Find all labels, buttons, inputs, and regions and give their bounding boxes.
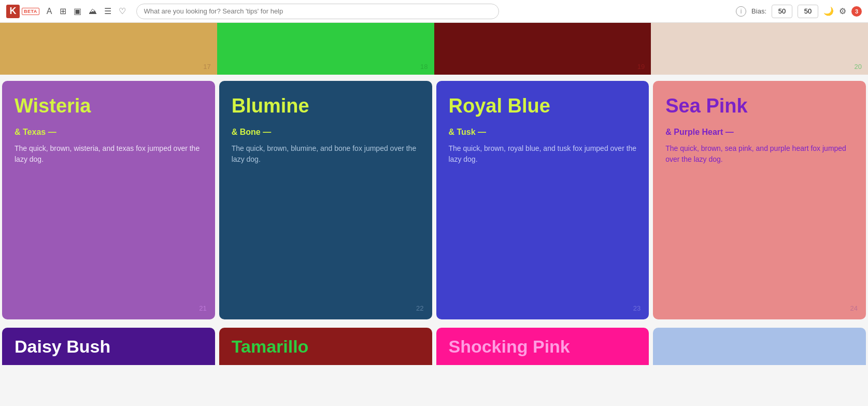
- bias-label: Bias:: [751, 7, 766, 15]
- card-subtitle: & Purple Heart —: [665, 128, 853, 137]
- nav-right: i Bias: 🌙 ⚙ 3: [736, 5, 862, 18]
- card-body: The quick, brown, sea pink, and purple h…: [665, 143, 853, 165]
- chart-icon[interactable]: ⛰: [89, 7, 97, 16]
- bottom-strip-title: Tamarillo: [232, 337, 309, 357]
- info-icon[interactable]: i: [736, 6, 746, 17]
- top-strip-17[interactable]: 17: [0, 23, 217, 75]
- card-title: Royal Blue: [449, 95, 637, 117]
- bias-input-2[interactable]: [798, 5, 818, 18]
- top-strip-18[interactable]: 18: [217, 23, 434, 75]
- card-number: 23: [633, 304, 641, 312]
- bottom-strip-3[interactable]: [653, 328, 866, 365]
- top-strip-20[interactable]: 20: [651, 23, 868, 75]
- bottom-strip-0[interactable]: Daisy Bush: [2, 328, 215, 365]
- card-subtitle: & Texas —: [15, 128, 203, 137]
- navbar: K BETA A ⊞ ▣ ⛰ ☰ ♡ i Bias: 🌙 ⚙ 3: [0, 0, 868, 23]
- image-icon[interactable]: ▣: [74, 6, 81, 16]
- top-strip-19[interactable]: 19: [434, 23, 651, 75]
- list-icon[interactable]: ☰: [104, 6, 111, 16]
- main-content: 17181920 Wisteria& Texas —The quick, bro…: [0, 23, 868, 367]
- nav-icons: A ⊞ ▣ ⛰ ☰ ♡: [47, 6, 126, 16]
- heart-icon[interactable]: ♡: [119, 6, 126, 16]
- layout-icon[interactable]: ⊞: [60, 6, 66, 16]
- card-body: The quick, brown, blumine, and bone fox …: [232, 143, 420, 165]
- bottom-strip-2[interactable]: Shocking Pink: [436, 328, 649, 365]
- card-number: 22: [416, 304, 423, 312]
- color-card-24[interactable]: Sea Pink& Purple Heart —The quick, brown…: [653, 81, 866, 319]
- bottom-strips: Daisy BushTamarilloShocking Pink: [0, 326, 868, 367]
- search-input[interactable]: [136, 4, 499, 19]
- card-title: Wisteria: [15, 95, 203, 117]
- gear-icon[interactable]: ⚙: [839, 6, 846, 16]
- card-subtitle: & Bone —: [232, 128, 420, 137]
- logo-area: K BETA: [6, 5, 39, 18]
- card-title: Sea Pink: [665, 95, 853, 117]
- card-body: The quick, brown, royal blue, and tusk f…: [449, 143, 637, 165]
- color-card-23[interactable]: Royal Blue& Tusk —The quick, brown, roya…: [436, 81, 649, 319]
- notification-badge[interactable]: 3: [851, 6, 862, 17]
- card-number: 24: [850, 304, 858, 312]
- logo-k[interactable]: K: [6, 5, 20, 18]
- card-title: Blumine: [232, 95, 420, 117]
- top-strips: 17181920: [0, 23, 868, 75]
- moon-icon[interactable]: 🌙: [823, 6, 834, 16]
- bias-input-1[interactable]: [772, 5, 792, 18]
- card-number: 21: [199, 304, 206, 312]
- color-card-21[interactable]: Wisteria& Texas —The quick, brown, wiste…: [2, 81, 215, 319]
- color-card-22[interactable]: Blumine& Bone —The quick, brown, blumine…: [219, 81, 432, 319]
- card-subtitle: & Tusk —: [449, 128, 637, 137]
- beta-badge: BETA: [22, 8, 39, 15]
- card-grid: Wisteria& Texas —The quick, brown, wiste…: [0, 75, 868, 326]
- bottom-strip-title: Shocking Pink: [449, 337, 570, 357]
- bottom-strip-title: Daisy Bush: [15, 337, 110, 357]
- text-icon[interactable]: A: [47, 7, 52, 16]
- bottom-strip-1[interactable]: Tamarillo: [219, 328, 432, 365]
- card-body: The quick, brown, wisteria, and texas fo…: [15, 143, 203, 165]
